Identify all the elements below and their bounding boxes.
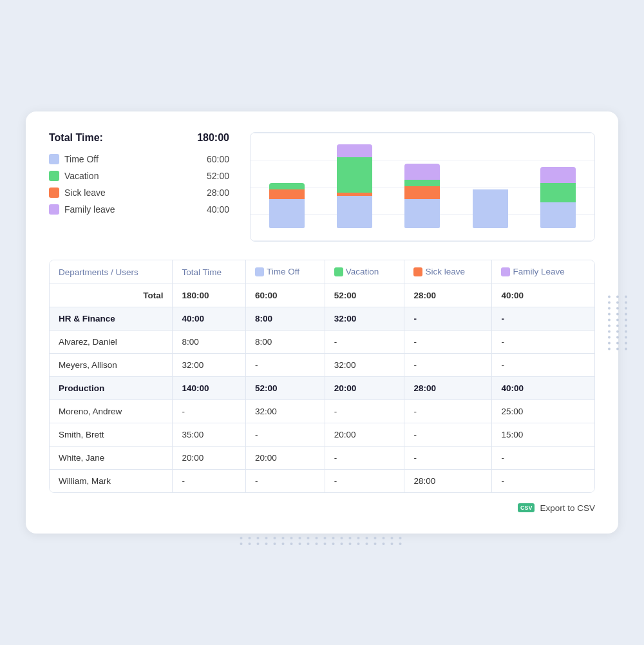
data-table-wrapper: Departments / Users Total Time Time Off … bbox=[49, 260, 595, 492]
dept-cell-1-3: 20:00 bbox=[325, 376, 404, 400]
legend-color-0 bbox=[49, 154, 59, 164]
main-card: // rendered inline below Total Time: 180… bbox=[26, 111, 618, 533]
user-cell-1-2-2: 20:00 bbox=[245, 446, 325, 469]
col-family-label: Family Leave bbox=[513, 267, 564, 276]
dept-cell-1-4: 28:00 bbox=[404, 376, 492, 400]
user-cell-0-0-0: Alvarez, Daniel bbox=[50, 330, 173, 353]
legend-item-2: Sick leave 28:00 bbox=[49, 188, 229, 198]
bar-segment-4-3 bbox=[540, 167, 576, 183]
user-cell-1-3-3: - bbox=[325, 469, 404, 492]
user-cell-1-1-2: - bbox=[245, 423, 325, 446]
col-timeoff: Time Off bbox=[245, 260, 325, 284]
bar-segment-1-2 bbox=[337, 157, 372, 193]
total-cell-2: 60:00 bbox=[245, 284, 325, 307]
user-cell-1-3-0: William, Mark bbox=[50, 469, 173, 492]
dept-cell-0-5: - bbox=[492, 307, 594, 330]
user-cell-0-0-2: 8:00 bbox=[245, 330, 325, 353]
legend-label-3: Family leave bbox=[64, 204, 115, 215]
grid-line bbox=[251, 133, 594, 133]
table-row-user-1-1: Smith, Brett35:00-20:00-15:00 bbox=[50, 423, 594, 446]
legend-value-0: 60:00 bbox=[207, 154, 229, 164]
user-cell-0-0-4: - bbox=[404, 330, 492, 353]
table-body: Total180:0060:0052:0028:0040:00HR & Fina… bbox=[50, 284, 594, 492]
total-cell-0: Total bbox=[50, 284, 173, 307]
sick-icon bbox=[413, 267, 422, 276]
col-sick-label: Sick leave bbox=[425, 267, 465, 276]
col-timeoff-label: Time Off bbox=[267, 267, 299, 276]
dept-cell-0-3: 32:00 bbox=[325, 307, 404, 330]
legend-color-2 bbox=[49, 188, 59, 198]
user-cell-1-3-1: - bbox=[173, 469, 246, 492]
user-cell-0-0-5: - bbox=[492, 330, 594, 353]
table-row-user-1-2: White, Jane20:0020:00--- bbox=[50, 446, 594, 469]
user-cell-1-1-3: 20:00 bbox=[325, 423, 404, 446]
total-time-row: Total Time: 180:00 bbox=[49, 132, 229, 144]
user-cell-1-0-1: - bbox=[173, 400, 246, 423]
table-row-user-0-1: Meyers, Allison32:00-32:00-- bbox=[50, 353, 594, 376]
total-cell-5: 40:00 bbox=[492, 284, 594, 307]
bar-stack-4 bbox=[540, 167, 576, 228]
bar-stack-0 bbox=[269, 183, 305, 228]
legend-left: Vacation bbox=[49, 171, 99, 181]
bar-segment-1-3 bbox=[337, 144, 372, 157]
col-total: Total Time bbox=[173, 260, 246, 284]
footer: CSV Export to CSV bbox=[49, 503, 595, 513]
col-vacation-label: Vacation bbox=[346, 267, 379, 276]
dept-cell-0-2: 8:00 bbox=[245, 307, 325, 330]
bar-segment-3-0 bbox=[473, 189, 508, 228]
dept-cell-1-5: 40:00 bbox=[492, 376, 594, 400]
summary-panel: Total Time: 180:00 Time Off 60:00 Vacati… bbox=[49, 132, 229, 242]
user-cell-1-0-2: 32:00 bbox=[245, 400, 325, 423]
legend-item-0: Time Off 60:00 bbox=[49, 154, 229, 164]
total-cell-3: 52:00 bbox=[325, 284, 404, 307]
bar-segment-2-2 bbox=[404, 180, 440, 186]
bar-segment-4-0 bbox=[540, 202, 576, 228]
col-sick: Sick leave bbox=[404, 260, 492, 284]
bar-segment-2-0 bbox=[404, 199, 440, 228]
legend-left: Sick leave bbox=[49, 188, 106, 198]
legend-left: Time Off bbox=[49, 154, 99, 164]
legend-label-0: Time Off bbox=[64, 154, 99, 164]
user-cell-0-1-0: Meyers, Allison bbox=[50, 353, 173, 376]
total-time-value: 180:00 bbox=[197, 132, 229, 144]
bar-stack-1 bbox=[337, 144, 372, 228]
family-icon bbox=[501, 267, 510, 276]
bar-stack-2 bbox=[404, 164, 440, 228]
table-header: Departments / Users Total Time Time Off … bbox=[50, 260, 594, 284]
table-row-user-1-0: Moreno, Andrew-32:00--25:00 bbox=[50, 400, 594, 423]
legend-list: Time Off 60:00 Vacation 52:00 Sick leave… bbox=[49, 154, 229, 215]
user-cell-1-2-5: - bbox=[492, 446, 594, 469]
legend-left: Family leave bbox=[49, 204, 115, 215]
user-cell-0-1-5: - bbox=[492, 353, 594, 376]
dept-cell-1-0: Production bbox=[50, 376, 173, 400]
dept-cell-1-1: 140:00 bbox=[173, 376, 246, 400]
legend-color-3 bbox=[49, 204, 59, 215]
dept-cell-0-0: HR & Finance bbox=[50, 307, 173, 330]
export-csv-button[interactable]: Export to CSV bbox=[540, 503, 595, 513]
user-cell-1-2-3: - bbox=[325, 446, 404, 469]
legend-value-2: 28:00 bbox=[207, 188, 229, 198]
legend-item-3: Family leave 40:00 bbox=[49, 204, 229, 215]
chart-bars bbox=[261, 140, 584, 231]
user-cell-1-1-5: 15:00 bbox=[492, 423, 594, 446]
vacation-icon bbox=[334, 267, 343, 276]
table-row-dept-0: HR & Finance40:008:0032:00-- bbox=[50, 307, 594, 330]
table-row-user-0-0: Alvarez, Daniel8:008:00--- bbox=[50, 330, 594, 353]
col-family: Family Leave bbox=[492, 260, 594, 284]
bar-segment-1-0 bbox=[337, 196, 372, 228]
bar-stack-3 bbox=[473, 189, 508, 228]
user-cell-0-0-3: - bbox=[325, 330, 404, 353]
user-cell-1-1-4: - bbox=[404, 423, 492, 446]
user-cell-0-1-4: - bbox=[404, 353, 492, 376]
legend-value-1: 52:00 bbox=[207, 171, 229, 181]
user-cell-1-1-1: 35:00 bbox=[173, 423, 246, 446]
timeoff-icon bbox=[255, 267, 264, 276]
table-row-dept-1: Production140:0052:0020:0028:0040:00 bbox=[50, 376, 594, 400]
top-section: Total Time: 180:00 Time Off 60:00 Vacati… bbox=[49, 132, 595, 242]
bar-segment-2-1 bbox=[404, 186, 440, 199]
col-dept: Departments / Users bbox=[50, 260, 173, 284]
legend-item-1: Vacation 52:00 bbox=[49, 171, 229, 181]
user-cell-1-1-0: Smith, Brett bbox=[50, 423, 173, 446]
bar-segment-0-1 bbox=[269, 189, 305, 199]
user-cell-1-0-0: Moreno, Andrew bbox=[50, 400, 173, 423]
